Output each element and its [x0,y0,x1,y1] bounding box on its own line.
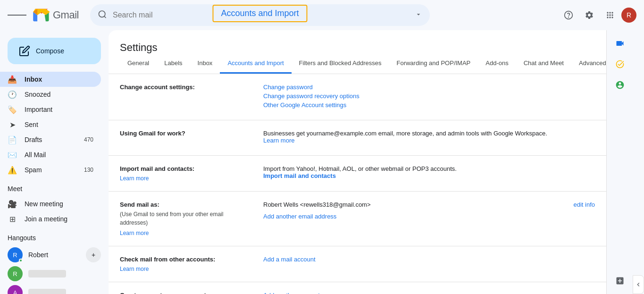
import-learn-more-link[interactable]: Learn more [120,175,149,182]
sidebar-item-label: Spam [25,166,76,174]
tab-accounts-import[interactable]: Accounts and Import [220,54,291,74]
sidebar-item-label: Important [25,106,93,113]
all-mail-icon: ✉️ [8,150,17,160]
sidebar-item-new-meeting[interactable]: 🎥 New meeting [0,196,101,211]
hangout-user-blurred-1[interactable]: R [0,264,109,283]
import-mail-label: Import mail and contacts: Learn more [120,165,252,182]
tab-add-ons[interactable]: Add-ons [478,54,516,74]
compose-icon [19,45,30,57]
google-meet-icon[interactable] [611,34,629,53]
edit-info-link[interactable]: edit info [573,201,595,208]
meet-label: Meet [8,185,22,193]
import-mail-text: Import from Yahoo!, Hotmail, AOL, or oth… [263,165,595,172]
google-account-settings-link[interactable]: Other Google Account settings [263,101,595,109]
sidebar-item-sent[interactable]: ➤ Sent [0,117,101,132]
add-mail-account-link[interactable]: Add a mail account [263,256,595,263]
send-mail-learn-more-link[interactable]: Learn more [120,230,149,236]
svg-line-1 [104,16,106,18]
inbox-icon: 📥 [8,75,17,84]
change-password-link[interactable]: Change password [263,84,595,91]
import-mail-row: Import mail and contacts: Learn more Imp… [109,156,606,192]
add-app-icon[interactable] [611,271,629,290]
sidebar-item-inbox[interactable]: 📥 Inbox [0,72,101,87]
avatar[interactable]: R [621,8,636,23]
search-icon [98,10,107,21]
send-mail-row: Send mail as: (Use Gmail to send from yo… [109,192,606,246]
tab-general[interactable]: General [120,54,157,74]
sidebar-item-snoozed[interactable]: 🕐 Snoozed [0,87,101,102]
compose-button[interactable]: Compose [8,38,101,64]
tab-inbox[interactable]: Inbox [190,54,220,74]
check-mail-title: Check mail from other accounts: [120,256,252,263]
check-mail-row: Check mail from other accounts: Learn mo… [109,246,606,282]
google-tasks-icon[interactable] [611,55,629,74]
grant-access-content: Add another account Mark as read Mark co… [263,292,595,294]
sidebar: Compose 📥 Inbox 🕐 Snoozed 🏷️ Important ➤… [0,30,109,294]
hangout-avatar-2: R [8,266,23,281]
hangout-user-blurred-2[interactable]: A [0,283,109,294]
search-dropdown-icon[interactable] [415,11,422,20]
grant-access-row: Grant access to your account: (Allow oth… [109,282,606,294]
search-bar: Accounts and Import [90,4,430,26]
topbar: Gmail Accounts and Import R [0,0,644,30]
hangouts-label: Hangouts [8,234,36,242]
gmail-logo[interactable]: Gmail [32,6,79,25]
send-mail-label: Send mail as: (Use Gmail to send from yo… [120,201,252,236]
hangout-add-button[interactable]: + [86,247,101,262]
search-input[interactable] [90,4,430,26]
sidebar-item-all-mail[interactable]: ✉️ All Mail [0,147,101,162]
sidebar-item-drafts[interactable]: 📄 Drafts 470 [0,132,101,147]
right-sidebar [606,30,633,294]
sidebar-item-label: Inbox [25,76,93,83]
tab-advanced[interactable]: Advanced [571,54,606,74]
change-account-label: Change account settings: [120,84,252,110]
change-account-row: Change account settings: Change password… [109,74,606,120]
gmail-work-title: Using Gmail for work? [120,130,252,137]
check-mail-learn-more-link[interactable]: Learn more [120,266,149,272]
expand-button[interactable] [633,275,644,294]
hangout-user[interactable]: R Robert + [0,245,109,264]
join-meeting-icon: ⊞ [8,214,17,224]
gmail-work-learn-more-link[interactable]: Learn more [263,137,595,144]
meet-section: Meet 🎥 New meeting ⊞ Join a meeting [0,177,109,227]
tab-forwarding[interactable]: Forwarding and POP/IMAP [389,54,478,74]
hangouts-header[interactable]: Hangouts [0,230,109,245]
snoozed-icon: 🕐 [8,90,17,99]
hangout-avatar-3: A [8,285,23,294]
sidebar-item-spam[interactable]: ⚠️ Spam 130 [0,162,101,177]
send-mail-sublabel: (Use Gmail to send from your other email… [120,210,252,227]
import-mail-contacts-link[interactable]: Import mail and contacts [263,172,595,179]
hangouts-section: Hangouts R Robert + R A [0,227,109,294]
meet-header: Meet [0,181,109,196]
send-mail-content: Robert Wells <rewells318@gmail.com> edit… [263,201,595,236]
change-account-content: Change password Change password recovery… [263,84,595,110]
settings-button[interactable] [580,6,599,25]
sidebar-item-important[interactable]: 🏷️ Important [0,102,101,117]
add-another-account-link[interactable]: Add another account [263,292,595,294]
tab-filters[interactable]: Filters and Blocked Addresses [292,54,389,74]
tab-chat-meet[interactable]: Chat and Meet [516,54,571,74]
change-account-title: Change account settings: [120,84,252,91]
content-area: Settings General Labels Inbox Accounts a… [109,30,606,294]
sidebar-item-join-meeting[interactable]: ⊞ Join a meeting [0,211,101,227]
send-mail-email: Robert Wells <rewells318@gmail.com> [263,201,371,208]
tab-labels[interactable]: Labels [157,54,190,74]
add-email-link[interactable]: Add another email address [263,213,595,220]
help-button[interactable] [559,6,578,25]
settings-tabs: General Labels Inbox Accounts and Import… [109,54,606,74]
gmail-work-content: Businesses get yourname@example.com emai… [263,130,595,146]
new-meeting-icon: 🎥 [8,199,17,209]
drafts-count: 470 [84,136,93,143]
gmail-work-row: Using Gmail for work? Businesses get you… [109,120,606,156]
grant-access-label: Grant access to your account: (Allow oth… [120,292,252,294]
google-contacts-icon[interactable] [611,76,629,94]
apps-button[interactable] [601,6,619,25]
status-dot [19,259,23,262]
sidebar-item-label: Join a meeting [25,215,93,223]
send-mail-email-row: Robert Wells <rewells318@gmail.com> edit… [263,201,595,210]
menu-button[interactable] [8,6,26,25]
hangout-name: Robert [28,251,48,259]
gmail-work-text: Businesses get yourname@example.com emai… [263,130,595,144]
change-password-recovery-link[interactable]: Change password recovery options [263,92,595,100]
drafts-icon: 📄 [8,135,17,144]
